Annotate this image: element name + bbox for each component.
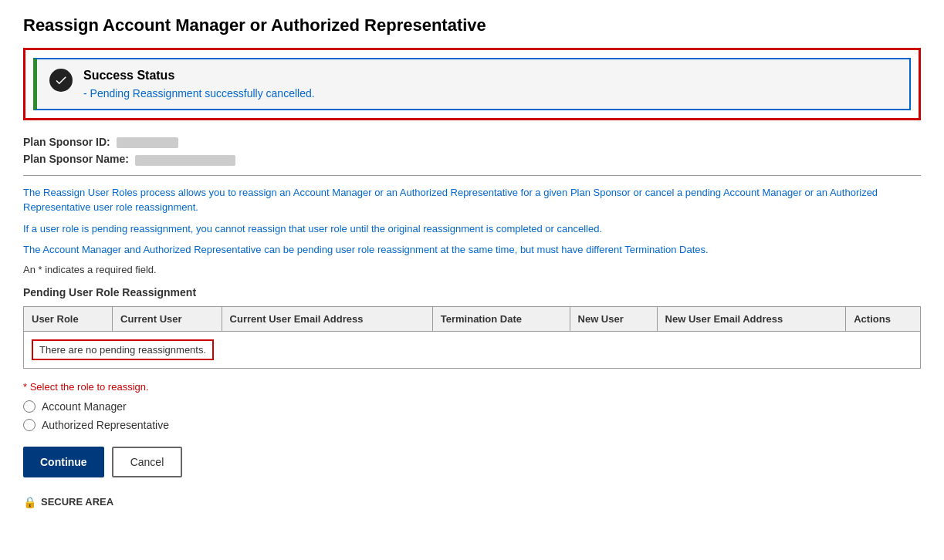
radio-authorized-rep-input[interactable] bbox=[23, 419, 36, 431]
pending-section-title: Pending User Role Reassignment bbox=[23, 286, 921, 299]
no-pending-message: There are no pending reassignments. bbox=[32, 339, 214, 360]
success-message: - Pending Reassignment successfully canc… bbox=[83, 87, 315, 100]
page-title: Reassign Account Manager or Authorized R… bbox=[23, 15, 921, 35]
table-row-empty: There are no pending reassignments. bbox=[24, 331, 921, 368]
success-title: Success Status bbox=[83, 69, 315, 83]
divider bbox=[23, 175, 921, 176]
col-actions: Actions bbox=[846, 306, 921, 331]
radio-authorized-rep[interactable]: Authorized Representative bbox=[23, 419, 921, 431]
success-banner: Success Status - Pending Reassignment su… bbox=[33, 58, 911, 110]
plan-sponsor-id-label: Plan Sponsor ID: bbox=[23, 136, 110, 148]
col-new-email: New User Email Address bbox=[657, 306, 846, 331]
success-container: Success Status - Pending Reassignment su… bbox=[23, 48, 921, 120]
info-paragraph-2: If a user role is pending reassignment, … bbox=[23, 221, 921, 237]
col-user-role: User Role bbox=[24, 306, 113, 331]
col-current-user: Current User bbox=[113, 306, 222, 331]
table-body: There are no pending reassignments. bbox=[24, 331, 921, 368]
table-header: User Role Current User Current User Emai… bbox=[24, 306, 921, 331]
no-data-cell: There are no pending reassignments. bbox=[24, 331, 921, 368]
table-header-row: User Role Current User Current User Emai… bbox=[24, 306, 921, 331]
button-group: Continue Cancel bbox=[23, 447, 921, 477]
success-content: Success Status - Pending Reassignment su… bbox=[83, 69, 315, 100]
select-role-label: * Select the role to reassign. bbox=[23, 381, 921, 393]
plan-sponsor-id-value bbox=[117, 137, 178, 148]
col-new-user: New User bbox=[570, 306, 657, 331]
plan-sponsor-name-value bbox=[135, 155, 235, 166]
radio-group: Account Manager Authorized Representativ… bbox=[23, 400, 921, 431]
radio-authorized-rep-label: Authorized Representative bbox=[42, 419, 169, 431]
success-icon bbox=[49, 69, 73, 92]
pending-reassignment-table: User Role Current User Current User Emai… bbox=[23, 306, 921, 369]
radio-account-manager-input[interactable] bbox=[23, 400, 36, 413]
cancel-button[interactable]: Cancel bbox=[112, 447, 183, 477]
info-paragraph-3: The Account Manager and Authorized Repre… bbox=[23, 242, 921, 258]
plan-sponsor-name-label: Plan Sponsor Name: bbox=[23, 153, 129, 165]
plan-sponsor-id-row: Plan Sponsor ID: bbox=[23, 136, 921, 148]
lock-icon: 🔒 bbox=[23, 496, 36, 508]
radio-account-manager[interactable]: Account Manager bbox=[23, 400, 921, 413]
secure-area-footer: 🔒 SECURE AREA bbox=[23, 496, 921, 508]
required-note: An * indicates a required field. bbox=[23, 264, 921, 275]
plan-sponsor-name-row: Plan Sponsor Name: bbox=[23, 153, 921, 165]
secure-area-label: SECURE AREA bbox=[41, 496, 113, 508]
col-current-email: Current User Email Address bbox=[222, 306, 432, 331]
col-termination-date: Termination Date bbox=[432, 306, 570, 331]
radio-account-manager-label: Account Manager bbox=[42, 400, 127, 413]
continue-button[interactable]: Continue bbox=[23, 447, 104, 477]
info-paragraph-1: The Reassign User Roles process allows y… bbox=[23, 185, 921, 215]
